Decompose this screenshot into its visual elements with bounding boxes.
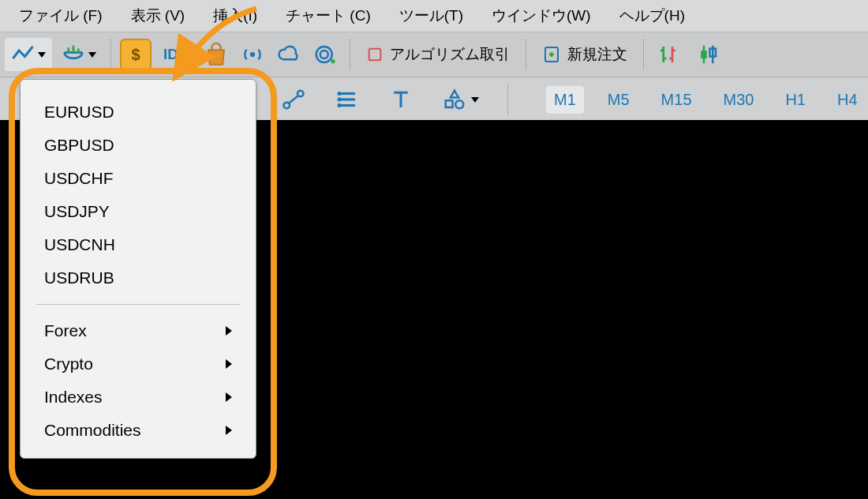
new-chart-dropdown[interactable]	[5, 38, 52, 71]
timeframe-group: M1M5M15M30H1H4D1	[546, 86, 868, 114]
svg-rect-9	[369, 49, 380, 61]
menu-window[interactable]: ウインドウ(W)	[477, 2, 605, 29]
svg-point-4	[250, 52, 255, 57]
submenu-arrow-icon	[226, 426, 232, 435]
vps-button[interactable]	[272, 38, 305, 71]
shapes-dropdown[interactable]	[438, 83, 484, 116]
submenu-arrow-icon	[226, 392, 232, 402]
svg-point-30	[338, 98, 342, 102]
text-t-icon	[389, 88, 413, 111]
chevron-down-icon	[38, 52, 46, 58]
broadcast-icon	[241, 43, 264, 66]
svg-point-5	[316, 47, 331, 62]
symbol-item-eurusd[interactable]: EURUSD	[21, 96, 256, 129]
svg-marker-34	[451, 91, 458, 98]
symbol-group-crypto[interactable]: Crypto	[21, 347, 256, 381]
toolbar-separator	[110, 39, 111, 70]
timeframe-m1[interactable]: M1	[546, 86, 584, 114]
candlestick-icon	[696, 43, 720, 66]
svg-rect-20	[701, 51, 707, 58]
shopping-bag-icon	[203, 41, 230, 68]
timeframe-m15[interactable]: M15	[653, 86, 700, 114]
trendline-button[interactable]	[277, 83, 310, 116]
timeframe-m30[interactable]: M30	[716, 86, 762, 114]
menu-help[interactable]: ヘルプ(H)	[605, 2, 699, 29]
symbol-item-usdjpy[interactable]: USDJPY	[21, 195, 256, 228]
dollar-icon: $	[120, 39, 152, 70]
new-order-label: 新規注文	[567, 44, 627, 65]
submenu-arrow-icon	[226, 359, 232, 369]
symbol-item-usdcnh[interactable]: USDCNH	[21, 228, 256, 261]
market-watch-button[interactable]: $	[119, 38, 152, 71]
svg-point-31	[338, 103, 342, 107]
menu-insert[interactable]: 挿入(I)	[199, 2, 271, 29]
profiles-dropdown[interactable]	[55, 38, 103, 71]
cloud-icon	[277, 43, 301, 66]
radar-plus-icon	[313, 43, 337, 66]
symbol-item-usdchf[interactable]: USDCHF	[21, 162, 256, 195]
stop-square-icon	[366, 46, 383, 63]
toolbar-separator	[350, 39, 350, 70]
timeframe-m5[interactable]: M5	[600, 86, 638, 114]
symbol-dropdown: EURUSDGBPUSDUSDCHFUSDJPYUSDCNHUSDRUBFore…	[20, 79, 256, 459]
svg-point-36	[455, 100, 463, 108]
menu-chart[interactable]: チャート (C)	[271, 2, 385, 29]
toolbar-separator	[507, 84, 508, 115]
main-toolbar: $ IDE	[0, 32, 868, 77]
market-button[interactable]	[200, 38, 233, 71]
ohlc-bars-icon	[657, 43, 680, 66]
menubar: ファイル (F) 表示 (V) 挿入(I) チャート (C) ツール(T) ウイ…	[0, 0, 868, 32]
symbol-item-gbpusd[interactable]: GBPUSD	[21, 129, 256, 162]
copy-trade-button[interactable]	[309, 38, 342, 71]
submenu-arrow-icon	[226, 326, 232, 336]
equidistant-channel-button[interactable]	[331, 83, 364, 116]
svg-point-29	[338, 92, 342, 96]
symbol-group-forex[interactable]: Forex	[21, 314, 256, 347]
toolbar-separator	[526, 39, 526, 70]
menu-view[interactable]: 表示 (V)	[117, 2, 200, 29]
ide-label: IDE	[163, 46, 189, 63]
menu-tools[interactable]: ツール(T)	[385, 2, 477, 29]
list-lines-icon	[335, 88, 359, 111]
svg-line-25	[289, 96, 299, 103]
timeframe-h1[interactable]: H1	[777, 86, 814, 114]
chevron-down-icon	[88, 52, 96, 58]
new-note-icon	[542, 45, 561, 64]
symbol-group-indexes[interactable]: Indexes	[21, 381, 256, 414]
timeframe-h4[interactable]: H4	[829, 86, 866, 114]
bowl-chart-icon	[62, 43, 85, 66]
svg-point-6	[320, 51, 327, 58]
shapes-icon	[443, 88, 466, 111]
algo-trading-label: アルゴリズム取引	[390, 44, 510, 65]
trendline-icon	[282, 88, 305, 111]
line-chart-icon	[11, 43, 35, 66]
signals-button[interactable]	[236, 38, 269, 71]
ide-button[interactable]: IDE	[155, 38, 196, 71]
menu-file[interactable]: ファイル (F)	[5, 2, 117, 29]
symbol-item-usdrub[interactable]: USDRUB	[21, 261, 256, 295]
toolbar-separator	[643, 39, 644, 70]
algo-trading-button[interactable]: アルゴリズム取引	[358, 38, 518, 71]
svg-rect-35	[446, 100, 453, 107]
bar-chart-button[interactable]	[652, 38, 685, 71]
chevron-down-icon	[471, 97, 479, 103]
text-label-button[interactable]	[384, 83, 417, 116]
new-order-button[interactable]: 新規注文	[534, 38, 635, 71]
symbol-group-commodities[interactable]: Commodities	[21, 414, 256, 447]
candlestick-button[interactable]	[691, 38, 724, 71]
